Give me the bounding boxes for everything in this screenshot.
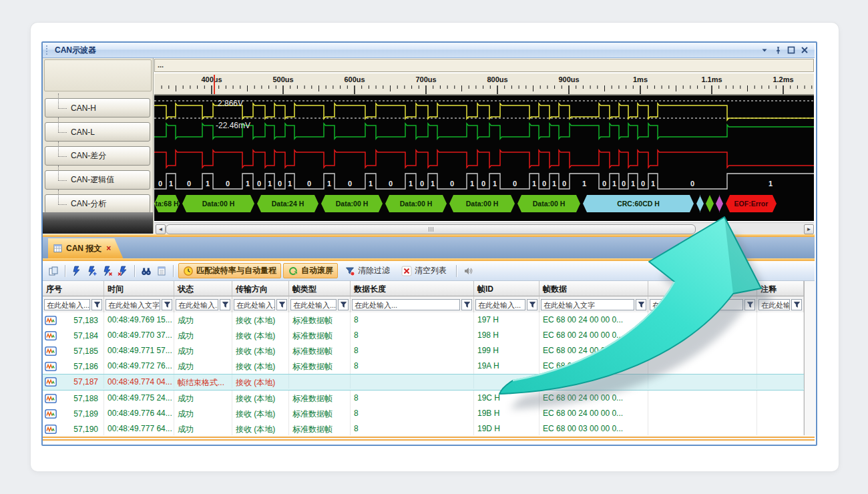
cell-len: 8 [351, 343, 474, 358]
menu-dropdown-button[interactable] [760, 45, 769, 55]
filter-funnel-icon[interactable] [791, 299, 802, 310]
frame-block-eof-error[interactable]: EOF:Error [726, 195, 777, 212]
frame-block-data-00-h[interactable]: Data:00 H [517, 195, 580, 212]
frame-block-data-00-h[interactable]: Data:00 H [182, 195, 254, 212]
marker-button[interactable] [70, 264, 83, 278]
message-wave-icon [45, 316, 57, 325]
cell-extra [648, 391, 757, 406]
channel-can-analysis[interactable]: CAN-分析 [45, 194, 150, 214]
filter-input-extra[interactable]: 在此处输入文字 [650, 299, 743, 310]
cell-extra [648, 343, 757, 358]
frame-block-data-00-h[interactable]: Data:00 H [321, 195, 383, 212]
column-header-seq[interactable]: 序号 [43, 281, 104, 296]
clear-list-button[interactable]: 清空列表 [397, 263, 451, 278]
cell-extra [648, 421, 757, 437]
filter-funnel-icon[interactable] [162, 299, 172, 310]
table-row[interactable]: 57,18600:48:49.772 76...成功接收 (本地)标准数据帧81… [43, 358, 804, 374]
column-header-time[interactable]: 时间 [104, 281, 174, 296]
filter-input-status[interactable]: 在此处输入... [176, 299, 218, 310]
close-button[interactable] [800, 45, 809, 55]
filter-funnel-icon[interactable] [338, 299, 349, 310]
table-row-selected[interactable]: 57,18700:48:49.774 04...帧结束格式...接收 (本地) [43, 374, 804, 391]
waveform-hscrollbar[interactable]: ◄ ► [154, 222, 814, 234]
log-view-button[interactable] [155, 264, 168, 278]
marker-remove-button[interactable] [101, 264, 114, 278]
filter-funnel-icon[interactable] [220, 299, 230, 310]
column-header-id[interactable]: 帧ID [474, 281, 539, 296]
scroll-left-button[interactable]: ◄ [156, 224, 166, 234]
table-row[interactable]: 57,18300:48:49.769 15...成功接收 (本地)标准数据帧81… [43, 312, 804, 328]
filter-funnel-icon[interactable] [91, 299, 102, 310]
titlebar-grip[interactable] [46, 45, 50, 55]
channel-can-l[interactable]: CAN-L [45, 122, 150, 142]
scroll-thumb[interactable] [166, 224, 696, 234]
copy-button[interactable] [47, 264, 60, 278]
pin-button[interactable] [773, 45, 783, 55]
filter-input-id[interactable]: 在此处输入... [475, 299, 525, 310]
marker-add-button[interactable] [85, 264, 99, 278]
grid-vscrollbar[interactable] [804, 281, 815, 435]
channel-can-diff[interactable]: CAN-差分 [45, 146, 150, 166]
cell-status: 帧结束格式... [174, 375, 232, 389]
table-row[interactable]: 57,18800:48:49.775 24...成功接收 (本地)标准数据帧81… [43, 391, 804, 406]
frame-block-data-24-h[interactable]: Data:24 H [257, 195, 318, 212]
scroll-right-button[interactable]: ► [804, 224, 814, 234]
cell-data: EC 68 00 24 00 00 0... [539, 328, 648, 343]
tab-close-icon[interactable]: × [106, 244, 111, 253]
window-titlebar[interactable]: CAN示波器 [43, 43, 815, 58]
column-header-extra[interactable] [648, 281, 757, 296]
channel-can-logic[interactable]: CAN-逻辑值 [45, 170, 150, 190]
search-button[interactable] [140, 264, 153, 278]
filter-funnel-icon[interactable] [276, 299, 287, 310]
filter-input-len[interactable]: 在此处输入... [352, 299, 460, 310]
filter-funnel-icon[interactable] [636, 299, 646, 310]
column-header-note[interactable]: 注释 [757, 281, 804, 296]
match-baudrate-label: 匹配波特率与自动量程 [196, 265, 276, 276]
filter-funnel-icon[interactable] [527, 299, 537, 310]
frame-block-data-00-h[interactable]: Data:00 H [449, 195, 515, 212]
cell-id: 19A H [474, 358, 539, 374]
scope-overflow-bar[interactable]: ... [154, 59, 814, 72]
filter-cell-status: 在此处输入... [174, 296, 232, 312]
filter-funnel-icon[interactable] [461, 299, 472, 310]
time-ruler[interactable]: 400us500us600us700us800us900us1ms1.1ms1.… [154, 73, 814, 95]
frame-block[interactable] [716, 195, 723, 212]
frame-block[interactable] [696, 195, 704, 212]
match-baudrate-button[interactable]: 匹配波特率与自动量程 [178, 263, 281, 278]
frame-block-ta-68-h[interactable]: ta:68 H [154, 195, 180, 212]
tab-can-messages[interactable]: CAN 报文 × [48, 238, 123, 258]
filter-input-type[interactable]: 在此处输入... [290, 299, 337, 310]
column-header-type[interactable]: 帧类型 [289, 281, 351, 296]
frame-block[interactable] [706, 195, 714, 212]
clear-filter-button[interactable]: 清除过滤 [340, 263, 395, 278]
sound-button[interactable] [461, 264, 475, 278]
filter-funnel-icon[interactable] [744, 299, 755, 310]
table-row[interactable]: 57,18900:48:49.776 44...成功接收 (本地)标准数据帧81… [43, 406, 804, 421]
message-wave-icon [45, 362, 57, 371]
auto-scroll-button[interactable]: 自动滚屏 [283, 263, 338, 278]
cell-seq: 57,184 [43, 328, 104, 343]
column-header-status[interactable]: 状态 [174, 281, 232, 296]
cell-len: 8 [351, 358, 474, 374]
toolbar-separator [134, 265, 135, 277]
table-row[interactable]: 57,18400:48:49.770 37...成功接收 (本地)标准数据帧81… [43, 328, 804, 343]
cell-dir: 接收 (本地) [232, 328, 289, 343]
cell-seq: 57,188 [43, 391, 104, 406]
filter-input-dir[interactable]: 在此处输入... [234, 299, 275, 310]
table-row[interactable]: 57,19000:48:49.777 64...成功接收 (本地)标准数据帧81… [43, 421, 804, 437]
column-header-dir[interactable]: 传输方向 [232, 281, 289, 296]
column-header-len[interactable]: 数据长度 [351, 281, 474, 296]
frame-block-data-00-h[interactable]: Data:00 H [385, 195, 447, 212]
cell-status: 成功 [174, 328, 232, 343]
filter-input-time[interactable]: 在此处输入文字 [105, 299, 160, 310]
marker-clear-button[interactable] [116, 264, 130, 278]
waveform-area[interactable]: 0101010101010101010101010101010101012.86… [154, 95, 814, 221]
table-row[interactable]: 57,18500:48:49.771 57...成功接收 (本地)标准数据帧81… [43, 343, 804, 358]
filter-input-data[interactable]: 在此处输入文字 [541, 299, 634, 310]
maximize-button[interactable] [787, 45, 796, 55]
filter-input-seq[interactable]: 在此处输入... [44, 299, 90, 310]
column-header-data[interactable]: 帧数据 [539, 281, 648, 296]
channel-can-h[interactable]: CAN-H [45, 98, 150, 117]
frame-block-crc-60cd-h[interactable]: CRC:60CD H [583, 195, 694, 212]
filter-input-note[interactable]: 在此处输入. [758, 299, 790, 310]
